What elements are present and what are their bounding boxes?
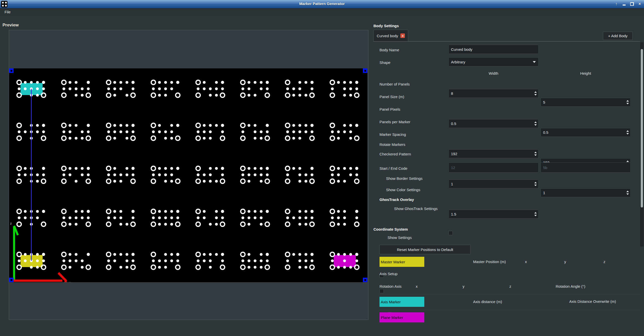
code-dot (158, 173, 161, 176)
add-body-button[interactable]: + Add Body (603, 32, 633, 40)
marker[interactable] (106, 209, 135, 226)
marker[interactable] (241, 80, 269, 97)
pattern-canvas[interactable]: zx (9, 68, 367, 282)
corner-ring (330, 93, 334, 97)
marker[interactable] (285, 252, 314, 269)
corner-dot (176, 253, 179, 256)
marker-spacing-spinbox[interactable]: 1.5 (448, 210, 539, 219)
code-dot (286, 130, 289, 133)
code-dot (81, 137, 84, 140)
code-dot (120, 266, 122, 269)
code-dot (215, 180, 218, 183)
code-dot (24, 81, 27, 84)
close-button[interactable]: × (637, 1, 642, 7)
show-color-settings-label: Show Color Settings (386, 188, 420, 192)
code-dot (221, 216, 224, 219)
marker[interactable] (196, 252, 225, 269)
axis-distance-overwrite-label: Axis Distance Overwrite (m) (569, 299, 616, 304)
marker[interactable] (151, 209, 180, 226)
reset-marker-positions-button[interactable]: Reset Marker Positions to Default (380, 245, 471, 254)
code-dot (24, 259, 27, 262)
settings-scrollbar[interactable] (640, 42, 643, 246)
marker[interactable] (285, 209, 314, 226)
panels-per-marker-label: Panels per Marker (380, 120, 410, 124)
marker[interactable] (151, 166, 180, 183)
code-dot (337, 266, 340, 269)
marker[interactable] (106, 166, 135, 183)
marker[interactable] (285, 166, 314, 183)
marker[interactable] (330, 252, 359, 269)
marker[interactable] (330, 209, 359, 226)
marker[interactable] (241, 252, 269, 269)
panel-size-width-spinbox[interactable]: 0.5 (448, 119, 539, 128)
number-of-panels-height-spinbox[interactable]: 5 (541, 98, 631, 107)
maximize-button[interactable] (629, 1, 635, 7)
panels-per-marker-height-spinbox[interactable]: 1 (541, 188, 631, 197)
corner-ring (86, 265, 90, 269)
spin-up-icon (626, 100, 629, 102)
marker[interactable] (241, 209, 269, 226)
corner-ring (41, 93, 46, 97)
start-code-input[interactable]: 12 (448, 162, 539, 173)
marker[interactable] (106, 80, 135, 97)
marker[interactable] (241, 123, 269, 140)
corner-dot (221, 167, 224, 170)
code-dot (331, 259, 334, 262)
marker[interactable] (106, 252, 135, 269)
code-dot (126, 81, 128, 84)
shape-dropdown[interactable]: Arbitrary (448, 57, 539, 66)
marker[interactable] (151, 123, 180, 140)
body-name-input[interactable]: Curved body (448, 45, 539, 54)
code-dot (68, 137, 71, 140)
code-dot (120, 173, 122, 176)
corner-ring (151, 209, 156, 214)
code-dot (81, 87, 84, 90)
code-dot (241, 259, 244, 262)
corner-ring (86, 93, 90, 97)
show-color-settings-checkbox[interactable] (380, 289, 384, 293)
marker[interactable] (62, 209, 90, 226)
panels-per-marker-width-spinbox[interactable]: 1 (448, 180, 539, 188)
rotate-markers-checkbox[interactable] (448, 231, 453, 235)
marker[interactable] (196, 123, 225, 140)
corner-ring (17, 166, 21, 171)
marker[interactable] (62, 166, 90, 183)
marker[interactable] (196, 166, 225, 183)
checkered-pattern-label: Checkered Pattern (380, 152, 411, 156)
marker[interactable] (151, 80, 180, 97)
menu-file[interactable]: File (3, 10, 12, 14)
marker[interactable] (62, 80, 90, 97)
master-y-label: y (564, 260, 566, 264)
marker[interactable] (196, 209, 225, 226)
end-code-input[interactable]: 5b (541, 162, 631, 173)
marker[interactable] (62, 123, 90, 140)
marker[interactable] (62, 252, 90, 269)
marker[interactable] (196, 80, 225, 97)
marker[interactable] (330, 80, 359, 97)
marker[interactable] (151, 252, 180, 269)
scrollbar-thumb[interactable] (641, 49, 643, 207)
code-dot (81, 173, 84, 176)
code-dot (260, 216, 262, 219)
corner-dot (42, 253, 45, 256)
panel-pixels-width-spinbox[interactable]: 192 (448, 149, 539, 158)
marker[interactable] (285, 123, 314, 140)
tab-curved-body[interactable]: Curved body × (373, 30, 408, 41)
marker[interactable] (330, 166, 359, 183)
corner-ring (285, 265, 290, 269)
tab-close-icon[interactable]: × (400, 33, 405, 38)
rotation-angle-label: Rotation Angle (°) (556, 284, 585, 288)
marker[interactable] (330, 123, 359, 140)
marker[interactable] (285, 80, 314, 97)
code-dot (126, 173, 128, 176)
code-dot (132, 87, 134, 90)
shade-button[interactable]: ↑ (614, 1, 619, 7)
marker[interactable] (241, 166, 269, 183)
panel-size-height-spinbox[interactable]: 0.5 (541, 128, 631, 137)
minimize-button[interactable] (621, 1, 627, 7)
code-dot (81, 210, 84, 213)
marker[interactable] (106, 123, 135, 140)
number-of-panels-width-spinbox[interactable]: 8 (448, 89, 539, 98)
corner-ring (62, 93, 66, 97)
code-dot (18, 259, 20, 262)
